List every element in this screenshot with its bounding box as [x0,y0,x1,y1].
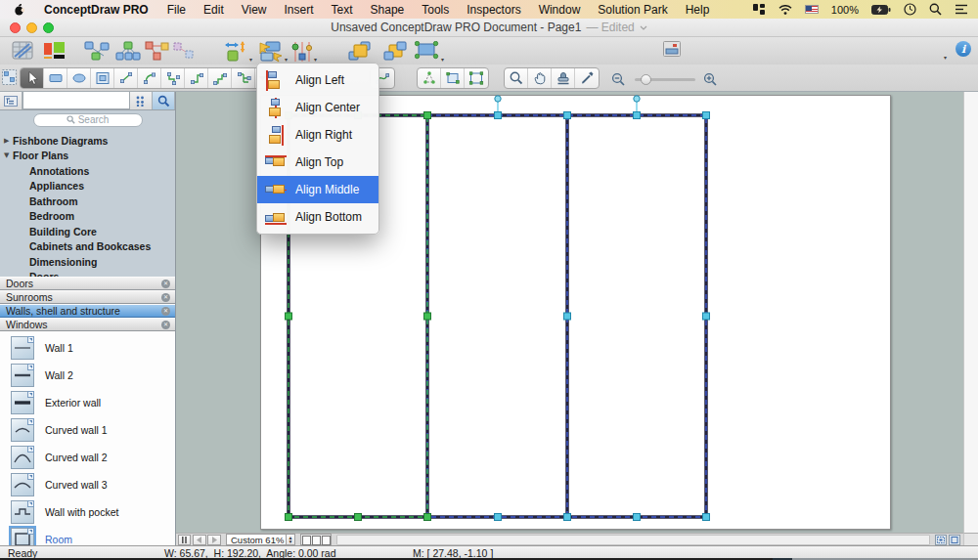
zoom-stepper[interactable]: ▲▼ [287,534,295,545]
tree-item-bathroom[interactable]: Bathroom [0,194,175,209]
menu-item-align-right[interactable]: Align Right [257,121,378,149]
menu-edit[interactable]: Edit [195,3,233,17]
menu-item-align-center[interactable]: Align Center [257,94,378,121]
menu-text[interactable]: Text [323,3,362,17]
shape-item-wall-2[interactable]: Wall 2 [0,362,175,389]
close-library-icon[interactable]: ✕ [161,307,170,316]
menu-tools[interactable]: Tools [413,3,458,17]
library-filter-input[interactable] [22,92,130,109]
tree-item-fishbone-diagrams[interactable]: ▶Fishbone Diagrams [0,133,175,149]
apple-menu[interactable] [0,3,34,16]
page-tab-2[interactable] [312,536,321,545]
zoom-level-display[interactable]: Custom 61% [226,534,287,545]
send-to-back-icon[interactable] [383,41,411,63]
menu-item-align-bottom[interactable]: Align Bottom [257,203,378,231]
library-tab-walls-shell-structure[interactable]: Walls, shell and structure✕ [0,304,175,318]
tree-item-cabinets-and-bookcases[interactable]: Cabinets and Bookcases [0,239,175,255]
color-styles-icon[interactable] [43,41,67,61]
ellipse-tool[interactable] [67,68,91,88]
horizontal-scrollbar[interactable] [336,535,930,545]
zoom-out-icon[interactable] [611,72,627,86]
zoom-slider-thumb[interactable] [641,74,651,85]
close-library-icon[interactable]: ✕ [161,293,170,302]
menu-insert[interactable]: Insert [276,3,323,17]
select-arrow-tool[interactable] [21,68,44,88]
zoom-window-button[interactable] [43,22,54,33]
display-arrangement-icon[interactable] [753,4,766,15]
frame-tool[interactable] [91,68,114,88]
elbow-connector-tool[interactable] [185,68,208,88]
next-page-button[interactable] [207,535,221,545]
smart-connector-tool[interactable] [161,68,185,88]
flowchart-icon[interactable] [84,41,110,61]
tree-item-floor-plans[interactable]: ▼Floor Plans [0,149,175,164]
group-shapes-icon[interactable]: ▾ [415,41,440,63]
info-button[interactable]: i [956,41,971,57]
search-input[interactable]: Search [33,113,143,127]
clock-icon[interactable] [904,3,916,16]
menu-inspectors[interactable]: Inspectors [458,3,529,17]
disclosure-collapsed-icon[interactable]: ▶ [4,137,13,145]
pause-updates-button[interactable] [178,535,191,545]
bring-to-front-icon[interactable] [348,41,376,63]
close-window-button[interactable] [10,22,21,33]
menu-help[interactable]: Help [677,3,719,17]
page-tab-1[interactable] [302,536,311,545]
menu-view[interactable]: View [233,3,276,17]
arrange-order-icon[interactable]: ▾ [258,41,284,63]
minimize-window-button[interactable] [26,22,37,33]
pan-hand-tool[interactable] [528,68,552,88]
notification-center-icon[interactable] [955,4,968,15]
page-tab-3[interactable] [322,536,331,545]
zoom-slider-track[interactable] [635,78,695,81]
zoom-to-fit-icon[interactable] [935,535,947,545]
tree-connector-tool[interactable] [232,68,255,88]
scale-tool[interactable] [465,68,488,88]
tree-item-dimensioning[interactable]: Dimensioning [0,254,175,270]
shape-item-room[interactable]: Room [0,526,175,545]
tree-item-building-core[interactable]: Building Core [0,224,175,239]
crop-tool[interactable] [441,68,465,88]
shape-item-exterior-wall[interactable]: Exterior wall [0,389,175,416]
titlebar[interactable]: Unsaved ConceptDraw PRO Document - Page1… [0,19,978,37]
library-tab-doors[interactable]: Doors✕ [0,277,175,290]
app-menu[interactable]: ConceptDraw PRO [34,3,158,17]
previous-page-button[interactable] [193,535,206,545]
shape-item-wall-with-pocket[interactable]: Wall with pocket [0,498,175,526]
menu-item-align-middle[interactable]: Align Middle [257,176,378,203]
input-language-flag-icon[interactable] [805,5,819,14]
disclosure-expanded-icon[interactable]: ▼ [4,151,13,159]
grid-view-button[interactable] [130,92,153,109]
zoom-tool[interactable] [505,68,528,88]
shape-item-curved-wall-3[interactable]: Curved wall 3 [0,471,175,498]
arc-connector-tool[interactable] [138,68,161,88]
zoom-in-icon[interactable] [703,72,719,86]
menu-window[interactable]: Window [530,3,590,17]
menu-item-align-top[interactable]: Align Top [257,149,378,176]
tree-item-annotations[interactable]: Annotations [0,163,175,179]
menu-solution-park[interactable]: Solution Park [589,3,676,17]
tree-item-doors[interactable]: Doors [0,270,175,278]
clone-shapes-icon[interactable] [172,41,196,61]
rectangle-tool[interactable] [44,68,67,88]
library-tab-windows[interactable]: Windows✕ [0,318,175,331]
org-chart-icon[interactable] [115,41,141,61]
shape-item-curved-wall-1[interactable]: Curved wall 1 [0,416,175,444]
stair-connector-tool[interactable] [208,68,232,88]
shape-item-curved-wall-2[interactable]: Curved wall 2 [0,444,175,471]
search-mode-button[interactable] [153,92,175,109]
eyedropper-tool[interactable] [575,68,599,88]
menu-item-align-left[interactable]: Align Left [257,66,378,94]
inspector-panel-icon[interactable] [663,41,681,57]
vertical-scrollbar[interactable] [963,92,978,533]
wifi-icon[interactable] [778,5,792,15]
menu-file[interactable]: File [158,3,195,17]
tree-item-bedroom[interactable]: Bedroom [0,209,175,225]
actual-size-icon[interactable] [949,535,960,545]
close-library-icon[interactable]: ✕ [161,280,170,288]
connect-shapes-icon[interactable] [145,41,170,61]
close-library-icon[interactable]: ✕ [161,321,170,329]
tree-view-button[interactable] [0,92,22,109]
reshape-tool[interactable] [418,68,441,88]
shape-item-wall-1[interactable]: Wall 1 [0,334,175,362]
